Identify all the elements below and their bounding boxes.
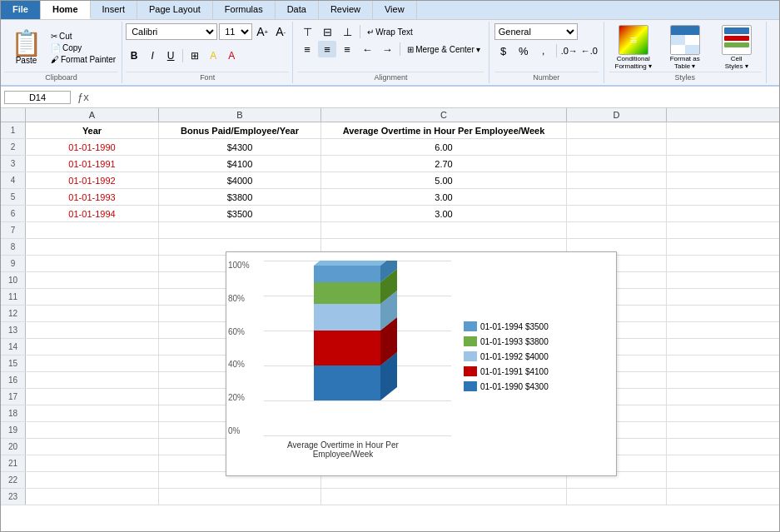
align-center-button[interactable]: ≡ <box>318 41 336 57</box>
cell-b4[interactable]: $4000 <box>159 172 321 188</box>
border-button[interactable]: ⊞ <box>186 47 203 64</box>
table-row[interactable]: 7 <box>1 222 779 239</box>
cell-d4[interactable] <box>567 172 667 188</box>
col-header-d[interactable]: D <box>567 108 667 122</box>
cell-a21[interactable] <box>26 455 159 471</box>
increase-decimal-button[interactable]: .0→ <box>560 42 579 59</box>
tab-data[interactable]: Data <box>276 1 319 19</box>
tab-view[interactable]: View <box>373 1 417 19</box>
conditional-formatting-button[interactable]: ≡ ConditionalFormatting ▾ <box>609 23 658 72</box>
paste-button[interactable]: 📋 Paste <box>4 23 48 72</box>
table-row[interactable]: 401-01-1992$40005.00 <box>1 172 779 189</box>
formula-input[interactable] <box>92 92 776 103</box>
table-row[interactable]: 301-01-1991$41002.70 <box>1 156 779 172</box>
table-row[interactable]: 501-01-1993$38003.00 <box>1 189 779 206</box>
bold-button[interactable]: B <box>126 47 142 64</box>
format-painter-button[interactable]: 🖌 Format Painter <box>48 54 118 65</box>
cell-c1[interactable]: Average Overtime in Hour Per Employee/We… <box>321 122 567 138</box>
cell-b7[interactable] <box>159 222 321 238</box>
align-bottom-button[interactable]: ⊥ <box>338 23 356 40</box>
function-icon[interactable]: ƒx <box>77 91 89 103</box>
cell-a10[interactable] <box>26 272 159 288</box>
cell-a1[interactable]: Year <box>26 122 159 138</box>
cell-d6[interactable] <box>567 206 667 221</box>
cell-a4[interactable]: 01-01-1992 <box>26 172 159 188</box>
col-header-b[interactable]: B <box>159 108 321 122</box>
cell-c2[interactable]: 6.00 <box>321 139 567 155</box>
cell-a17[interactable] <box>26 389 159 405</box>
font-size-select[interactable]: 11 <box>219 23 252 40</box>
cell-c23[interactable] <box>321 489 567 505</box>
chart-container[interactable]: 0% 20% 40% 60% 80% 100% <box>226 251 617 476</box>
col-header-a[interactable]: A <box>26 108 159 122</box>
align-right-button[interactable]: ≡ <box>338 41 356 57</box>
cell-d2[interactable] <box>567 139 667 155</box>
cell-c6[interactable]: 3.00 <box>321 206 567 221</box>
cell-a18[interactable] <box>26 405 159 421</box>
cell-a8[interactable] <box>26 239 159 255</box>
col-header-c[interactable]: C <box>321 108 567 122</box>
cell-a15[interactable] <box>26 355 159 371</box>
tab-insert[interactable]: Insert <box>91 1 138 19</box>
cell-b23[interactable] <box>159 489 321 505</box>
comma-button[interactable]: % <box>514 42 533 59</box>
indent-decrease-button[interactable]: ← <box>358 41 376 57</box>
increase-font-button[interactable]: A+ <box>254 23 271 40</box>
tab-formulas[interactable]: Formulas <box>213 1 276 19</box>
font-color-button[interactable]: A <box>223 47 240 64</box>
tab-home[interactable]: Home <box>41 1 91 19</box>
cell-a23[interactable] <box>26 489 159 505</box>
cell-d3[interactable] <box>567 156 667 172</box>
cell-b6[interactable]: $3500 <box>159 206 321 221</box>
cell-styles-button[interactable]: CellStyles ▾ <box>713 23 761 72</box>
number-format-select[interactable]: General <box>494 23 578 40</box>
cell-a20[interactable] <box>26 439 159 455</box>
format-as-table-button[interactable]: Format asTable ▾ <box>661 23 709 72</box>
decrease-font-button[interactable]: A- <box>272 23 289 40</box>
align-left-button[interactable]: ≡ <box>298 41 316 57</box>
thousands-button[interactable]: , <box>534 42 553 59</box>
cell-a11[interactable] <box>26 289 159 305</box>
merge-center-button[interactable]: ⊞ Merge & Center ▾ <box>404 43 484 56</box>
cell-a9[interactable] <box>26 256 159 271</box>
cell-reference-input[interactable] <box>4 91 71 104</box>
font-family-select[interactable]: Calibri <box>126 23 217 40</box>
cell-a16[interactable] <box>26 372 159 388</box>
cell-d1[interactable] <box>567 122 667 138</box>
table-row[interactable]: 1YearBonus Paid/Employee/YearAverage Ove… <box>1 122 779 139</box>
tab-page-layout[interactable]: Page Layout <box>137 1 213 19</box>
copy-button[interactable]: 📄 Copy <box>48 42 118 53</box>
cell-c3[interactable]: 2.70 <box>321 156 567 172</box>
tab-review[interactable]: Review <box>319 1 373 19</box>
table-row[interactable]: 23 <box>1 489 779 505</box>
italic-button[interactable]: I <box>144 47 161 64</box>
cell-c7[interactable] <box>321 222 567 238</box>
cell-a3[interactable]: 01-01-1991 <box>26 156 159 172</box>
cell-d7[interactable] <box>567 222 667 238</box>
table-row[interactable]: 201-01-1990$43006.00 <box>1 139 779 156</box>
cell-a2[interactable]: 01-01-1990 <box>26 139 159 155</box>
wrap-text-button[interactable]: ↵ Wrap Text <box>364 26 416 38</box>
cell-d23[interactable] <box>567 489 667 505</box>
underline-button[interactable]: U <box>162 47 179 64</box>
tab-file[interactable]: File <box>1 1 41 19</box>
fill-color-button[interactable]: A <box>205 47 221 64</box>
cell-a6[interactable]: 01-01-1994 <box>26 206 159 221</box>
cell-a14[interactable] <box>26 339 159 355</box>
cell-b1[interactable]: Bonus Paid/Employee/Year <box>159 122 321 138</box>
cell-c4[interactable]: 5.00 <box>321 172 567 188</box>
table-row[interactable]: 601-01-1994$35003.00 <box>1 206 779 222</box>
cut-button[interactable]: ✂ Cut <box>48 31 118 42</box>
cell-a12[interactable] <box>26 306 159 321</box>
cell-b3[interactable]: $4100 <box>159 156 321 172</box>
cell-a5[interactable]: 01-01-1993 <box>26 189 159 205</box>
cell-b2[interactable]: $4300 <box>159 139 321 155</box>
cell-a19[interactable] <box>26 422 159 438</box>
cell-b5[interactable]: $3800 <box>159 189 321 205</box>
align-top-button[interactable]: ⊤ <box>298 23 316 40</box>
decrease-decimal-button[interactable]: ←.0 <box>580 42 599 59</box>
cell-a13[interactable] <box>26 322 159 338</box>
cell-a7[interactable] <box>26 222 159 238</box>
align-middle-button[interactable]: ⊟ <box>318 23 336 40</box>
cell-a22[interactable] <box>26 472 159 488</box>
